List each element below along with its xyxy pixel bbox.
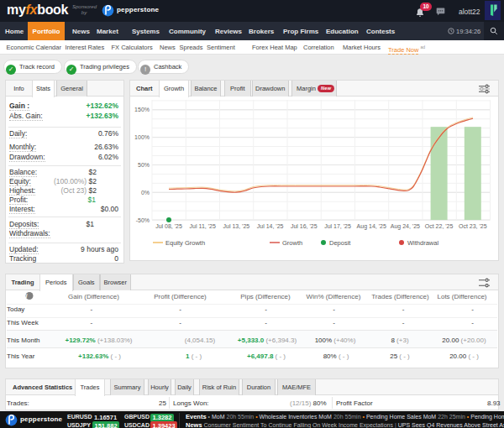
svg-text:Jul 14, '25: Jul 14, '25 [257, 223, 284, 229]
svg-text:50%: 50% [138, 162, 150, 168]
svg-text:Jul 13, '25: Jul 13, '25 [223, 223, 250, 229]
svg-text:Oct 22, '25: Oct 22, '25 [425, 223, 454, 229]
svg-text:Jul 17, '25: Jul 17, '25 [324, 223, 351, 229]
svg-text:150%: 150% [134, 107, 150, 112]
svg-text:Aug 14, '25: Aug 14, '25 [357, 223, 386, 230]
svg-text:Jul 11, '25: Jul 11, '25 [190, 223, 216, 229]
svg-text:0%: 0% [141, 190, 150, 196]
svg-text:Oct 23, '25: Oct 23, '25 [459, 223, 487, 229]
svg-text:100%: 100% [134, 134, 150, 140]
svg-text:Aug 24, '25: Aug 24, '25 [391, 223, 420, 230]
svg-text:Jul 08, '25: Jul 08, '25 [155, 223, 182, 229]
svg-text:Jul 16, '25: Jul 16, '25 [291, 223, 318, 229]
svg-text:-50%: -50% [136, 217, 150, 223]
